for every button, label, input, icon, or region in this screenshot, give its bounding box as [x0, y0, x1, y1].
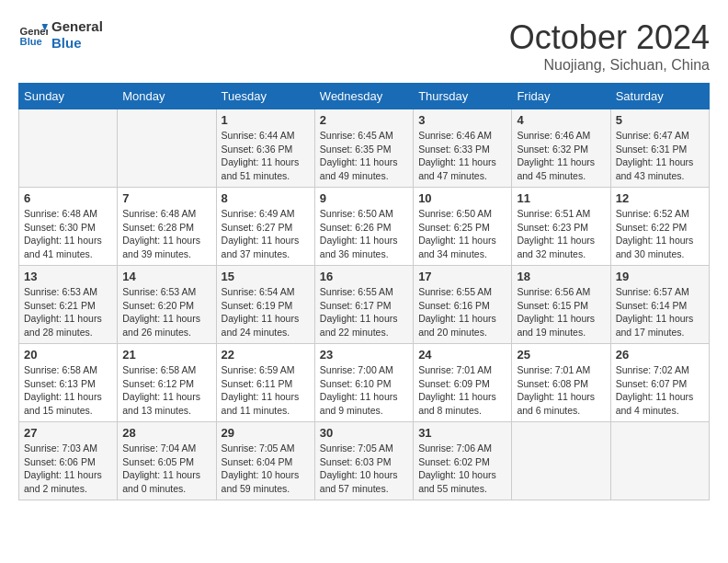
day-number: 11 — [517, 191, 605, 205]
calendar-cell: 25Sunrise: 7:01 AM Sunset: 6:08 PM Dayli… — [512, 344, 610, 422]
day-of-week-header: Saturday — [610, 84, 709, 109]
day-info: Sunrise: 7:04 AM Sunset: 6:05 PM Dayligh… — [122, 442, 210, 496]
day-number: 7 — [122, 191, 210, 205]
day-info: Sunrise: 6:58 AM Sunset: 6:13 PM Dayligh… — [24, 363, 112, 418]
svg-text:Blue: Blue — [20, 36, 42, 47]
day-of-week-header: Thursday — [414, 84, 512, 109]
day-info: Sunrise: 7:02 AM Sunset: 6:07 PM Dayligh… — [616, 363, 704, 418]
day-info: Sunrise: 7:01 AM Sunset: 6:08 PM Dayligh… — [517, 363, 605, 418]
day-info: Sunrise: 7:06 AM Sunset: 6:02 PM Dayligh… — [418, 442, 506, 496]
day-number: 5 — [616, 113, 704, 127]
calendar-cell: 23Sunrise: 7:00 AM Sunset: 6:10 PM Dayli… — [314, 344, 413, 422]
calendar-cell: 8Sunrise: 6:49 AM Sunset: 6:27 PM Daylig… — [216, 188, 314, 266]
day-info: Sunrise: 6:57 AM Sunset: 6:14 PM Dayligh… — [616, 285, 704, 339]
day-number: 29 — [222, 426, 310, 440]
day-info: Sunrise: 7:00 AM Sunset: 6:10 PM Dayligh… — [320, 363, 408, 418]
logo-line1: General — [51, 18, 103, 35]
calendar-cell: 30Sunrise: 7:05 AM Sunset: 6:03 PM Dayli… — [314, 422, 413, 500]
calendar-cell: 15Sunrise: 6:54 AM Sunset: 6:19 PM Dayli… — [216, 266, 314, 344]
day-number: 28 — [122, 426, 210, 440]
calendar-body: 1Sunrise: 6:44 AM Sunset: 6:36 PM Daylig… — [19, 109, 710, 500]
day-of-week-header: Sunday — [19, 84, 118, 109]
calendar-cell: 13Sunrise: 6:53 AM Sunset: 6:21 PM Dayli… — [19, 266, 118, 344]
calendar-cell: 7Sunrise: 6:48 AM Sunset: 6:28 PM Daylig… — [118, 188, 216, 266]
day-number: 15 — [222, 270, 310, 283]
calendar-cell: 6Sunrise: 6:48 AM Sunset: 6:30 PM Daylig… — [19, 188, 118, 266]
day-number: 6 — [24, 191, 112, 205]
day-info: Sunrise: 6:46 AM Sunset: 6:32 PM Dayligh… — [517, 129, 605, 183]
day-info: Sunrise: 6:44 AM Sunset: 6:36 PM Dayligh… — [222, 129, 310, 183]
title-area: October 2024 Nuojiang, Sichuan, China — [509, 18, 710, 74]
day-of-week-header: Friday — [512, 84, 610, 109]
day-info: Sunrise: 6:58 AM Sunset: 6:12 PM Dayligh… — [122, 363, 210, 418]
day-number: 10 — [418, 191, 506, 205]
day-number: 26 — [616, 348, 704, 362]
day-number: 20 — [24, 348, 112, 362]
day-number: 16 — [320, 270, 408, 283]
calendar-cell: 20Sunrise: 6:58 AM Sunset: 6:13 PM Dayli… — [19, 344, 118, 422]
day-number: 9 — [320, 191, 408, 205]
calendar-cell: 26Sunrise: 7:02 AM Sunset: 6:07 PM Dayli… — [610, 344, 709, 422]
day-number: 27 — [24, 426, 112, 440]
day-info: Sunrise: 6:53 AM Sunset: 6:21 PM Dayligh… — [24, 285, 112, 339]
day-number: 1 — [222, 113, 310, 127]
day-info: Sunrise: 6:56 AM Sunset: 6:15 PM Dayligh… — [517, 285, 605, 339]
day-info: Sunrise: 6:54 AM Sunset: 6:19 PM Dayligh… — [222, 285, 310, 339]
day-number: 31 — [418, 426, 506, 440]
calendar-cell: 29Sunrise: 7:05 AM Sunset: 6:04 PM Dayli… — [216, 422, 314, 500]
day-info: Sunrise: 6:45 AM Sunset: 6:35 PM Dayligh… — [320, 129, 408, 183]
calendar-cell: 17Sunrise: 6:55 AM Sunset: 6:16 PM Dayli… — [414, 266, 512, 344]
calendar-cell: 22Sunrise: 6:59 AM Sunset: 6:11 PM Dayli… — [216, 344, 314, 422]
day-info: Sunrise: 6:52 AM Sunset: 6:22 PM Dayligh… — [616, 207, 704, 261]
calendar-cell: 28Sunrise: 7:04 AM Sunset: 6:05 PM Dayli… — [118, 422, 216, 500]
day-number: 13 — [24, 270, 112, 283]
month-title: October 2024 — [509, 18, 710, 57]
calendar-cell: 27Sunrise: 7:03 AM Sunset: 6:06 PM Dayli… — [19, 422, 118, 500]
day-info: Sunrise: 6:48 AM Sunset: 6:30 PM Dayligh… — [24, 207, 112, 261]
calendar-header-row: SundayMondayTuesdayWednesdayThursdayFrid… — [19, 84, 710, 109]
logo-line2: Blue — [51, 35, 103, 52]
day-number: 21 — [122, 348, 210, 362]
day-number: 8 — [222, 191, 310, 205]
day-of-week-header: Tuesday — [216, 84, 314, 109]
calendar-cell — [118, 109, 216, 188]
day-of-week-header: Wednesday — [314, 84, 413, 109]
calendar-cell: 5Sunrise: 6:47 AM Sunset: 6:31 PM Daylig… — [610, 109, 709, 188]
day-number: 19 — [616, 270, 704, 283]
calendar-cell: 4Sunrise: 6:46 AM Sunset: 6:32 PM Daylig… — [512, 109, 610, 188]
day-info: Sunrise: 6:53 AM Sunset: 6:20 PM Dayligh… — [122, 285, 210, 339]
calendar-cell: 10Sunrise: 6:50 AM Sunset: 6:25 PM Dayli… — [414, 188, 512, 266]
day-info: Sunrise: 6:50 AM Sunset: 6:25 PM Dayligh… — [418, 207, 506, 261]
calendar-cell: 9Sunrise: 6:50 AM Sunset: 6:26 PM Daylig… — [314, 188, 413, 266]
day-number: 14 — [122, 270, 210, 283]
day-info: Sunrise: 6:46 AM Sunset: 6:33 PM Dayligh… — [418, 129, 506, 183]
logo: General Blue General Blue — [18, 18, 103, 52]
day-info: Sunrise: 7:01 AM Sunset: 6:09 PM Dayligh… — [418, 363, 506, 418]
logo-icon: General Blue — [18, 20, 48, 50]
day-info: Sunrise: 7:05 AM Sunset: 6:03 PM Dayligh… — [320, 442, 408, 496]
day-number: 12 — [616, 191, 704, 205]
calendar-table: SundayMondayTuesdayWednesdayThursdayFrid… — [18, 83, 710, 500]
day-number: 17 — [418, 270, 506, 283]
calendar-week-row: 20Sunrise: 6:58 AM Sunset: 6:13 PM Dayli… — [19, 344, 710, 422]
calendar-week-row: 6Sunrise: 6:48 AM Sunset: 6:30 PM Daylig… — [19, 188, 710, 266]
day-number: 18 — [517, 270, 605, 283]
calendar-cell: 31Sunrise: 7:06 AM Sunset: 6:02 PM Dayli… — [414, 422, 512, 500]
page-header: General Blue General Blue October 2024 N… — [18, 18, 710, 74]
day-info: Sunrise: 7:05 AM Sunset: 6:04 PM Dayligh… — [222, 442, 310, 496]
location: Nuojiang, Sichuan, China — [509, 57, 710, 74]
day-info: Sunrise: 7:03 AM Sunset: 6:06 PM Dayligh… — [24, 442, 112, 496]
calendar-cell: 2Sunrise: 6:45 AM Sunset: 6:35 PM Daylig… — [314, 109, 413, 188]
day-info: Sunrise: 6:55 AM Sunset: 6:16 PM Dayligh… — [418, 285, 506, 339]
calendar-cell: 19Sunrise: 6:57 AM Sunset: 6:14 PM Dayli… — [610, 266, 709, 344]
calendar-cell: 18Sunrise: 6:56 AM Sunset: 6:15 PM Dayli… — [512, 266, 610, 344]
calendar-cell: 3Sunrise: 6:46 AM Sunset: 6:33 PM Daylig… — [414, 109, 512, 188]
calendar-cell — [512, 422, 610, 500]
calendar-week-row: 1Sunrise: 6:44 AM Sunset: 6:36 PM Daylig… — [19, 109, 710, 188]
day-info: Sunrise: 6:49 AM Sunset: 6:27 PM Dayligh… — [222, 207, 310, 261]
calendar-cell — [19, 109, 118, 188]
day-info: Sunrise: 6:55 AM Sunset: 6:17 PM Dayligh… — [320, 285, 408, 339]
calendar-cell: 16Sunrise: 6:55 AM Sunset: 6:17 PM Dayli… — [314, 266, 413, 344]
day-info: Sunrise: 6:59 AM Sunset: 6:11 PM Dayligh… — [222, 363, 310, 418]
day-number: 25 — [517, 348, 605, 362]
